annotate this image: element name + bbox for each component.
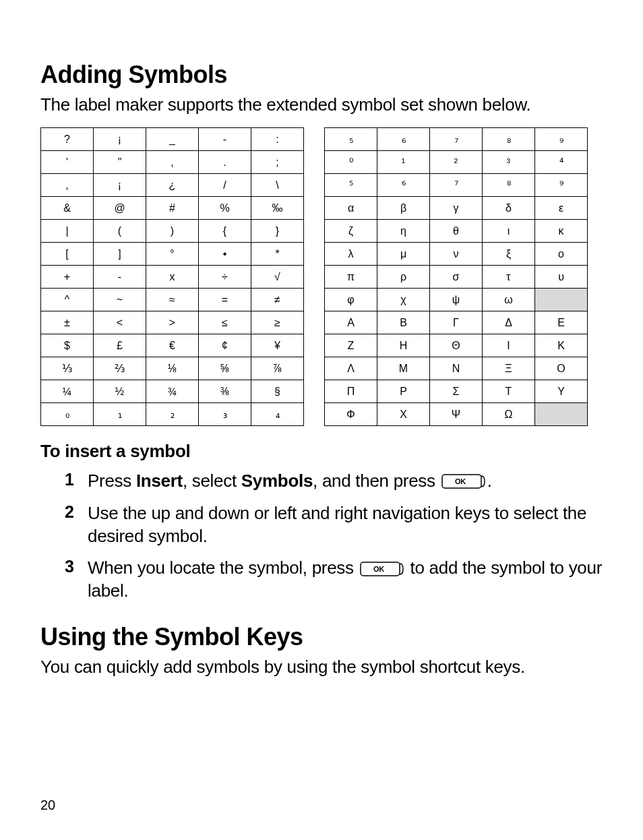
symbol-cell: τ	[483, 266, 535, 289]
symbol-cell: °	[146, 243, 199, 266]
symbol-cell: ,	[146, 151, 199, 174]
symbol-cell: Π	[325, 380, 377, 403]
symbol-cell: ½	[94, 380, 146, 403]
symbol-cell: Υ	[535, 380, 588, 403]
symbol-cell: •	[199, 243, 251, 266]
symbol-cell: μ	[377, 243, 430, 266]
symbol-cell: σ	[430, 266, 483, 289]
symbol-cell: Μ	[377, 357, 430, 380]
symbol-cell: ¡	[94, 128, 146, 151]
symbol-cell: π	[325, 266, 377, 289]
symbol-cell: ⁰	[325, 151, 377, 174]
symbol-cell: ₅	[325, 128, 377, 151]
symbol-cell: ρ	[377, 266, 430, 289]
symbol-cell: $	[41, 334, 94, 357]
symbol-cell: @	[94, 197, 146, 220]
symbol-cell: ?	[41, 128, 94, 151]
symbol-cell: %	[199, 197, 251, 220]
symbol-cell: &	[41, 197, 94, 220]
symbol-cell: ζ	[325, 220, 377, 243]
symbol-cell: Ι	[483, 334, 535, 357]
symbol-cell	[535, 289, 588, 311]
step-3: 3 When you locate the symbol, press OK t…	[40, 557, 606, 603]
symbol-cell: Θ	[430, 334, 483, 357]
symbol-cell: .	[199, 151, 251, 174]
symbol-cell: :	[251, 128, 304, 151]
symbol-cell: ⁸	[483, 174, 535, 197]
symbol-cell: |	[41, 220, 94, 243]
symbol-cell: ₇	[430, 128, 483, 151]
symbol-cell: √	[251, 266, 304, 289]
symbol-cell: Ξ	[483, 357, 535, 380]
step-1: 1 Press Insert, select Symbols, and then…	[40, 470, 606, 493]
symbol-cell: ₀	[41, 403, 94, 426]
page-number: 20	[40, 798, 55, 813]
symbol-cell: Ο	[535, 357, 588, 380]
symbol-cell: Δ	[483, 311, 535, 334]
symbol-cell: ¿	[146, 174, 199, 197]
symbol-cell: Ω	[483, 403, 535, 426]
symbol-cell: ~	[94, 289, 146, 311]
symbol-cell: §	[251, 380, 304, 403]
intro-using-symbol-keys: You can quickly add symbols by using the…	[40, 657, 606, 678]
symbol-cell: ¥	[251, 334, 304, 357]
steps-list: 1 Press Insert, select Symbols, and then…	[40, 470, 606, 603]
symbol-cell: Α	[325, 311, 377, 334]
symbol-cell: ^	[41, 289, 94, 311]
symbol-cell: ω	[483, 289, 535, 311]
symbol-cell: ¼	[41, 380, 94, 403]
symbol-cell: _	[146, 128, 199, 151]
symbol-cell: ≤	[199, 311, 251, 334]
step-number: 1	[40, 470, 88, 489]
symbol-cell: ⁹	[535, 174, 588, 197]
symbol-cell: £	[94, 334, 146, 357]
symbol-cell: κ	[535, 220, 588, 243]
ok-label: OK	[373, 565, 384, 573]
symbol-cell: ⁴	[535, 151, 588, 174]
symbol-cell: η	[377, 220, 430, 243]
symbol-cell: υ	[535, 266, 588, 289]
step-body: Use the up and down or left and right na…	[88, 502, 606, 548]
symbol-cell: ]	[94, 243, 146, 266]
symbol-cell: ε	[535, 197, 588, 220]
symbol-cell: (	[94, 220, 146, 243]
symbol-cell: ₄	[251, 403, 304, 426]
step-number: 3	[40, 557, 88, 576]
symbol-cell: Φ	[325, 403, 377, 426]
symbol-cell: ¹	[377, 151, 430, 174]
symbol-cell: ⅜	[199, 380, 251, 403]
symbol-cell: [	[41, 243, 94, 266]
symbol-cell: '	[41, 151, 94, 174]
symbol-cell: +	[41, 266, 94, 289]
symbol-cell: }	[251, 220, 304, 243]
symbol-cell: Ψ	[430, 403, 483, 426]
symbol-cell: ⁶	[377, 174, 430, 197]
symbol-cell: >	[146, 311, 199, 334]
symbol-cell: ₈	[483, 128, 535, 151]
symbol-cell: ÷	[199, 266, 251, 289]
symbol-cell: /	[199, 174, 251, 197]
step-body: Press Insert, select Symbols, and then p…	[88, 470, 492, 493]
symbol-cell: ≥	[251, 311, 304, 334]
step-number: 2	[40, 502, 88, 522]
symbol-cell: ³	[483, 151, 535, 174]
symbol-cell: Σ	[430, 380, 483, 403]
symbol-cell: ,	[41, 174, 94, 197]
symbol-cell: ;	[251, 151, 304, 174]
symbol-cell: ξ	[483, 243, 535, 266]
symbol-cell: ο	[535, 243, 588, 266]
symbol-cell: ⅛	[146, 357, 199, 380]
symbol-cell: ±	[41, 311, 94, 334]
symbol-cell: ‰	[251, 197, 304, 220]
symbol-cell: λ	[325, 243, 377, 266]
symbol-table-right: ₅₆₇₈₉⁰¹²³⁴⁵⁶⁷⁸⁹αβγδεζηθικλμνξοπρστυφχψωΑ…	[324, 127, 588, 426]
symbol-cell: =	[199, 289, 251, 311]
symbol-cell: *	[251, 243, 304, 266]
symbol-cell: ¾	[146, 380, 199, 403]
step-2: 2 Use the up and down or left and right …	[40, 502, 606, 548]
symbol-cell: χ	[377, 289, 430, 311]
symbol-cell: ⁷	[430, 174, 483, 197]
symbol-cell: ν	[430, 243, 483, 266]
symbol-cell: ⅓	[41, 357, 94, 380]
symbol-cell: ≈	[146, 289, 199, 311]
